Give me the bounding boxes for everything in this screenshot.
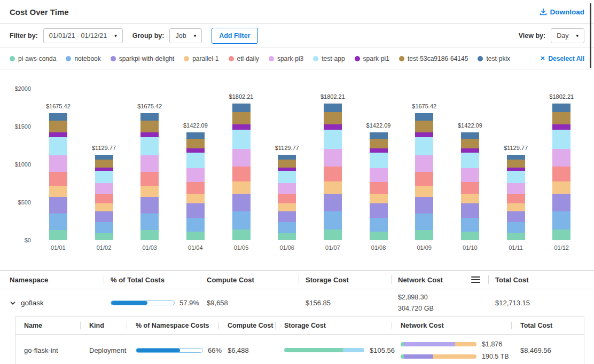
bar-group[interactable]: $1802.21 bbox=[538, 89, 584, 240]
bar-segment-notebook[interactable] bbox=[232, 211, 251, 229]
bar-segment-spark-pi3[interactable] bbox=[415, 155, 433, 172]
namespace-cell[interactable]: goflask bbox=[0, 299, 104, 307]
bar-segment-test-53ca9186-64145[interactable] bbox=[232, 112, 251, 124]
legend-item[interactable]: parallel-1 bbox=[184, 55, 218, 62]
table-row[interactable]: go-flask-int Deployment 66% $6,488 $105.… bbox=[15, 335, 584, 364]
bar-segment-parallel-1[interactable] bbox=[232, 181, 251, 194]
bar-segment-test-pkix[interactable] bbox=[415, 113, 433, 121]
chevron-down-icon[interactable] bbox=[10, 300, 16, 306]
bar-segment-test-53ca9186-64145[interactable] bbox=[95, 160, 113, 167]
bar-segment-pi-aws-conda[interactable] bbox=[186, 232, 205, 240]
bar-segment-sparkpi-with-delight[interactable] bbox=[507, 211, 525, 223]
col-pct-total-costs[interactable]: % of Total Costs bbox=[104, 271, 200, 289]
bar-segment-pi-aws-conda[interactable] bbox=[232, 230, 251, 240]
bar-segment-parallel-1[interactable] bbox=[552, 181, 570, 194]
group-by-dropdown[interactable]: Job ▾ bbox=[169, 28, 202, 43]
bar-segment-pi-aws-conda[interactable] bbox=[415, 230, 433, 240]
bar-segment-etl-daily[interactable] bbox=[278, 194, 296, 203]
bar-group[interactable]: $1129.77 bbox=[264, 89, 310, 240]
bar-segment-spark-pi3[interactable] bbox=[140, 155, 159, 172]
bar-segment-test-53ca9186-64145[interactable] bbox=[186, 139, 205, 148]
bar-segment-notebook[interactable] bbox=[507, 222, 525, 233]
bar-segment-notebook[interactable] bbox=[461, 218, 479, 232]
bar-segment-test-pkix[interactable] bbox=[232, 104, 251, 112]
bar-segment-notebook[interactable] bbox=[186, 218, 205, 232]
bar-segment-parallel-1[interactable] bbox=[461, 194, 479, 203]
bar-segment-parallel-1[interactable] bbox=[370, 194, 388, 203]
bar-segment-notebook[interactable] bbox=[324, 211, 342, 229]
col-kind[interactable]: Kind bbox=[81, 317, 127, 334]
legend-item[interactable]: pi-aws-conda bbox=[10, 55, 56, 62]
bar-segment-test-app[interactable] bbox=[552, 130, 570, 149]
legend-item[interactable]: spark-pi3 bbox=[269, 55, 303, 62]
bar-group[interactable]: $1675.42 bbox=[401, 89, 447, 240]
bar-segment-sparkpi-with-delight[interactable] bbox=[370, 203, 388, 217]
bar-segment-test-pkix[interactable] bbox=[552, 104, 570, 112]
bar-segment-etl-daily[interactable] bbox=[324, 167, 342, 181]
col-total-cost[interactable]: Total Cost bbox=[489, 271, 594, 289]
bar-segment-notebook[interactable] bbox=[140, 213, 159, 230]
bar-segment-parallel-1[interactable] bbox=[49, 186, 67, 197]
bar-segment-spark-pi1[interactable] bbox=[232, 124, 251, 130]
bar-segment-test-53ca9186-64145[interactable] bbox=[461, 139, 479, 148]
date-range-dropdown[interactable]: 01/01/21 - 01/12/21 ▾ bbox=[43, 28, 123, 43]
bar-segment-etl-daily[interactable] bbox=[370, 182, 388, 194]
bar-segment-pi-aws-conda[interactable] bbox=[95, 233, 113, 240]
bar-segment-spark-pi3[interactable] bbox=[324, 149, 342, 167]
bar-segment-etl-daily[interactable] bbox=[186, 182, 205, 194]
bar-segment-notebook[interactable] bbox=[370, 218, 388, 232]
bar-segment-spark-pi3[interactable] bbox=[278, 183, 296, 194]
bar-segment-notebook[interactable] bbox=[278, 222, 296, 233]
bar-segment-spark-pi1[interactable] bbox=[140, 132, 159, 138]
bar-segment-parallel-1[interactable] bbox=[278, 203, 296, 211]
bar-segment-spark-pi3[interactable] bbox=[552, 149, 570, 167]
bar-segment-test-app[interactable] bbox=[186, 153, 205, 168]
bar-segment-sparkpi-with-delight[interactable] bbox=[186, 203, 205, 217]
bar-segment-test-53ca9186-64145[interactable] bbox=[324, 112, 342, 124]
download-button[interactable]: Download bbox=[540, 8, 585, 16]
bar-segment-spark-pi3[interactable] bbox=[461, 168, 479, 182]
bar-segment-etl-daily[interactable] bbox=[507, 194, 525, 203]
bar-segment-test-app[interactable] bbox=[324, 130, 342, 149]
bar-group[interactable]: $1129.77 bbox=[81, 89, 127, 240]
bar-segment-test-app[interactable] bbox=[95, 171, 113, 183]
deselect-all-button[interactable]: ✕ Deselect All bbox=[540, 55, 584, 62]
bar-segment-test-pkix[interactable] bbox=[461, 132, 479, 139]
stacked-bar[interactable] bbox=[415, 113, 433, 240]
bar-segment-sparkpi-with-delight[interactable] bbox=[415, 197, 433, 213]
col-compute-cost[interactable]: Compute Cost bbox=[200, 271, 299, 289]
bar-group[interactable]: $1802.21 bbox=[218, 89, 264, 240]
bar-segment-spark-pi1[interactable] bbox=[552, 124, 570, 130]
legend-item[interactable]: test-pkix bbox=[478, 55, 510, 62]
stacked-bar[interactable] bbox=[278, 155, 296, 240]
bar-segment-test-53ca9186-64145[interactable] bbox=[140, 121, 159, 132]
bar-segment-spark-pi1[interactable] bbox=[370, 148, 388, 153]
legend-item[interactable]: test-53ca9186-64145 bbox=[399, 55, 468, 62]
bar-segment-test-pkix[interactable] bbox=[140, 113, 159, 121]
bar-segment-spark-pi3[interactable] bbox=[186, 168, 205, 182]
bar-segment-parallel-1[interactable] bbox=[186, 194, 205, 203]
bar-group[interactable]: $1422.09 bbox=[173, 89, 218, 240]
bar-segment-pi-aws-conda[interactable] bbox=[507, 233, 525, 240]
stacked-bar[interactable] bbox=[552, 104, 570, 240]
bar-segment-parallel-1[interactable] bbox=[95, 203, 113, 211]
bar-segment-sparkpi-with-delight[interactable] bbox=[95, 211, 113, 223]
bar-segment-test-app[interactable] bbox=[461, 153, 479, 168]
stacked-bar[interactable] bbox=[507, 155, 525, 240]
col-network-cost[interactable]: Network Cost bbox=[392, 317, 512, 334]
bar-segment-spark-pi1[interactable] bbox=[461, 148, 479, 153]
legend-item[interactable]: spark-pi1 bbox=[355, 55, 389, 62]
bar-group[interactable]: $1675.42 bbox=[127, 89, 173, 240]
bar-segment-test-53ca9186-64145[interactable] bbox=[278, 160, 296, 167]
bar-segment-pi-aws-conda[interactable] bbox=[140, 230, 159, 240]
bar-segment-spark-pi3[interactable] bbox=[507, 183, 525, 194]
bar-segment-test-53ca9186-64145[interactable] bbox=[507, 160, 525, 167]
bar-group[interactable]: $1422.09 bbox=[356, 89, 402, 240]
bar-segment-parallel-1[interactable] bbox=[324, 181, 342, 194]
bar-segment-test-app[interactable] bbox=[49, 137, 67, 155]
bar-segment-test-53ca9186-64145[interactable] bbox=[415, 121, 433, 132]
legend-item[interactable]: test-app bbox=[313, 55, 345, 62]
bar-segment-test-pkix[interactable] bbox=[49, 113, 67, 121]
col-namespace[interactable]: Namespace bbox=[0, 271, 104, 289]
bar-segment-test-app[interactable] bbox=[370, 153, 388, 168]
